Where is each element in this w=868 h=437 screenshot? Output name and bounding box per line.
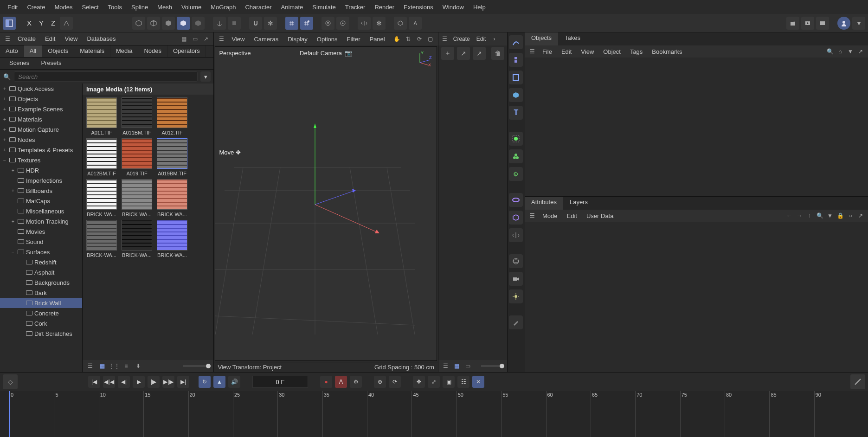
hamburger-icon[interactable]: ☰ — [440, 34, 450, 44]
tab-materials[interactable]: Materials — [74, 45, 110, 57]
param-key-icon[interactable]: ☷ — [457, 376, 469, 388]
thumb-brick-wa-[interactable]: BRICK-WA... — [85, 220, 118, 258]
hamburger-icon[interactable]: ☰ — [527, 211, 537, 220]
tree-expand-icon[interactable]: + — [2, 148, 7, 153]
vp-camera-label[interactable]: Default Camera📷 — [300, 50, 352, 57]
tree-expand-icon[interactable]: + — [2, 96, 7, 102]
tree-item-motion-tracking[interactable]: +Motion Tracking — [0, 216, 82, 226]
menu-volume[interactable]: Volume — [177, 2, 206, 13]
pos-key-icon[interactable]: ⊕ — [374, 376, 386, 388]
tab-media[interactable]: Media — [110, 45, 138, 57]
clapper-play-icon[interactable] — [801, 17, 814, 30]
axis-x[interactable]: X — [24, 19, 34, 27]
subtab-scenes[interactable]: Scenes — [4, 58, 35, 69]
keyframe-diamond-icon[interactable]: ◇ — [3, 374, 18, 389]
cube-textured-icon[interactable] — [192, 17, 205, 30]
thumb-a011bm-tif[interactable]: A011BM.TIF — [121, 97, 153, 135]
goto-end-icon[interactable]: ▶| — [177, 376, 189, 388]
axis-y[interactable]: Y — [36, 19, 46, 27]
objects-panel-body[interactable] — [525, 58, 868, 197]
tab-nodes[interactable]: Nodes — [138, 45, 167, 57]
cube-solid-icon[interactable] — [162, 17, 175, 30]
thumb-brick-wa-[interactable]: BRICK-WA... — [121, 220, 153, 258]
tree-item-redshift[interactable]: Redshift — [0, 257, 82, 267]
obj-filter-icon[interactable]: ▼ — [846, 47, 855, 56]
snap-settings-icon[interactable]: ✻ — [264, 17, 277, 30]
thumb-size-slider[interactable] — [183, 365, 211, 367]
vt-camera-icon[interactable] — [509, 272, 523, 286]
tree-expand-icon[interactable]: + — [10, 219, 16, 224]
tree-expand-icon[interactable]: + — [2, 117, 7, 122]
tree-expand-icon[interactable]: + — [2, 86, 7, 91]
axis-z[interactable]: Z — [48, 19, 58, 27]
vp-axis-gizmo[interactable]: YZX — [416, 50, 433, 66]
thumb-brick-wa-[interactable]: BRICK-WA... — [156, 179, 188, 217]
goto-start-icon[interactable]: |◀ — [88, 376, 100, 388]
vp-pan-icon[interactable]: ✋ — [392, 34, 402, 44]
vt-select-icon[interactable] — [509, 132, 523, 146]
menu-window[interactable]: Window — [438, 2, 469, 13]
vp-orbit-icon[interactable]: ⟳ — [415, 34, 424, 44]
user-avatar-icon[interactable] — [837, 17, 850, 30]
thumb-a019-tif[interactable]: A019.TIF — [121, 138, 153, 176]
attr-back-icon[interactable]: ← — [784, 211, 794, 220]
attr-filter-icon[interactable]: ▼ — [825, 211, 835, 220]
cube-wire-icon[interactable] — [132, 17, 145, 30]
tree-item-sound[interactable]: Sound — [0, 237, 82, 247]
scale-key-icon[interactable]: ⤢ — [428, 376, 440, 388]
viewport-3d[interactable]: Perspective Default Camera📷 YZX Move ✥ — [215, 46, 437, 361]
vt-gear-icon[interactable]: ⚙ — [509, 167, 523, 181]
tab-attributes[interactable]: Attributes — [525, 197, 563, 210]
cube-shaded-icon[interactable] — [177, 17, 190, 30]
tab-all[interactable]: All — [24, 45, 42, 57]
grid-offset-icon[interactable] — [300, 17, 313, 30]
asset-menu-create[interactable]: Create — [14, 34, 39, 43]
view-sort-icon[interactable]: ≡ — [122, 361, 131, 371]
tab-objects[interactable]: Objects — [42, 45, 74, 57]
attr-lock-icon[interactable]: 🔒 — [836, 211, 845, 220]
tree-expand-icon[interactable]: + — [2, 107, 7, 112]
grid-snap-icon[interactable] — [285, 17, 298, 30]
tree-item-objects[interactable]: +Objects — [0, 94, 82, 104]
search-dropdown-icon[interactable]: ▾ — [200, 71, 211, 82]
hex-outline-icon[interactable] — [394, 17, 407, 30]
rot-key2-icon[interactable]: ▣ — [443, 376, 455, 388]
attr-menu-mode[interactable]: Mode — [539, 212, 561, 220]
panel-min-icon[interactable]: ▭ — [190, 34, 199, 44]
obj-menu-file[interactable]: File — [539, 47, 556, 56]
tab-auto[interactable]: Auto — [0, 45, 24, 57]
tree-item-movies[interactable]: Movies — [0, 226, 82, 237]
vt-cube-icon[interactable] — [509, 88, 523, 102]
menu-select[interactable]: Select — [77, 2, 103, 13]
thumb-a012-tif[interactable]: A012.TIF — [156, 97, 188, 135]
tree-item-bark[interactable]: Bark — [0, 288, 82, 298]
cube-outline-icon[interactable] — [147, 17, 160, 30]
download-icon[interactable]: ⬇ — [134, 361, 143, 371]
menu-edit[interactable]: Edit — [3, 2, 22, 13]
tree-expand-icon[interactable]: + — [2, 137, 7, 142]
chevron-right-icon[interactable]: › — [489, 34, 499, 44]
tree-expand-icon[interactable]: + — [2, 127, 7, 132]
hamburger-icon[interactable]: ☰ — [217, 34, 226, 44]
view-list-icon[interactable]: ☰ — [85, 361, 95, 371]
attr-menu-edit[interactable]: Edit — [563, 212, 581, 220]
record-icon[interactable]: ● — [320, 376, 332, 388]
tree-item-example-scenes[interactable]: +Example Scenes — [0, 104, 82, 114]
add-icon[interactable]: ＋ — [441, 47, 454, 60]
obj-menu-tags[interactable]: Tags — [626, 47, 646, 56]
loop-icon[interactable]: ↻ — [199, 376, 211, 388]
key-settings-icon[interactable]: ⚙ — [350, 376, 362, 388]
obj-pop-icon[interactable]: ↗ — [856, 47, 865, 56]
attributes-panel-body[interactable] — [525, 222, 868, 372]
fcurve-icon[interactable] — [850, 374, 865, 389]
hamburger-icon[interactable]: ☰ — [3, 34, 12, 44]
menu-character[interactable]: Character — [240, 2, 276, 13]
view-group-icon[interactable]: ⋮⋮ — [109, 361, 119, 371]
vt-python-icon[interactable] — [509, 53, 523, 67]
asset-menu-view[interactable]: View — [61, 34, 81, 43]
step-back-icon[interactable]: ◀| — [118, 376, 130, 388]
vp-zoom-icon[interactable]: ⇅ — [404, 34, 413, 44]
play-icon[interactable]: ▶ — [133, 376, 145, 388]
subtab-presets[interactable]: Presets — [35, 58, 67, 69]
obj-menu-view[interactable]: View — [577, 47, 598, 56]
